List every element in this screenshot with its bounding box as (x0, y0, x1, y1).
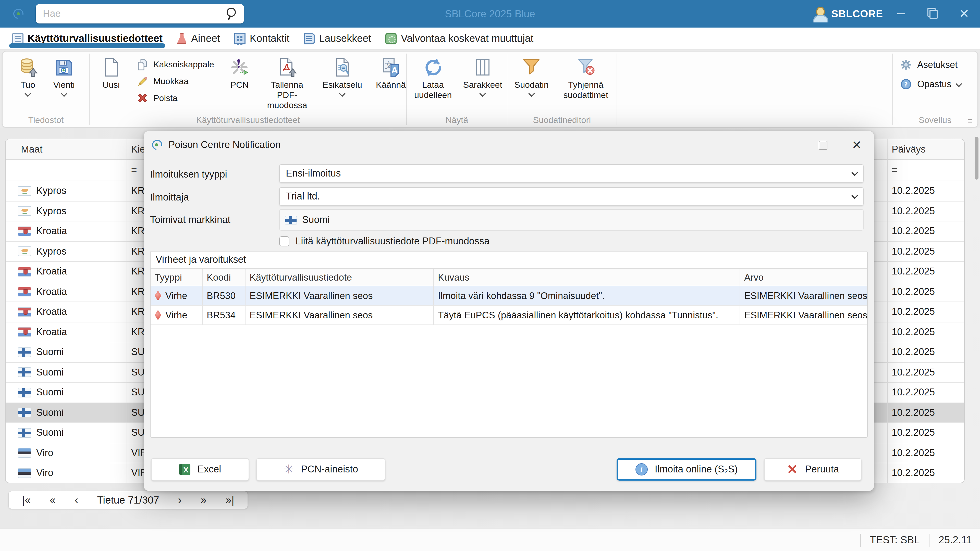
column-header-maat[interactable]: Maat (6, 139, 127, 159)
filter-button[interactable]: Suodatin (508, 57, 555, 96)
dialog-title: Poison Centre Notification (169, 139, 812, 151)
first-record-button[interactable]: |« (22, 494, 30, 506)
attach-pdf-option[interactable]: Liitä käyttöturvallisuustiedote PDF-muod… (279, 236, 490, 247)
column-header-tyyppi[interactable]: Tyyppi (151, 269, 203, 286)
fast-prev-button[interactable]: « (50, 494, 56, 506)
columns-icon (472, 57, 493, 78)
cancel-x-icon: ✕ (787, 463, 798, 476)
error-value: ESIMERKKI Vaarallinen seos (744, 310, 867, 321)
pcn-button[interactable]: PCN (228, 57, 251, 90)
import-button[interactable]: Tuo (17, 57, 38, 96)
last-record-button[interactable]: »| (226, 494, 234, 506)
columns-button[interactable]: Sarakkeet (459, 57, 506, 96)
column-header-paivays[interactable]: Päiväys (888, 139, 964, 159)
date-cell: 10.2.2025 (892, 327, 935, 338)
markets-label: Toimivat markkinat (150, 214, 231, 225)
chevron-down-icon[interactable] (61, 90, 67, 97)
chevron-down-icon[interactable] (956, 80, 962, 87)
excel-button[interactable]: X Excel (151, 458, 249, 481)
country-flag-icon (18, 247, 31, 256)
dialog-maximize-button[interactable] (818, 141, 827, 149)
delete-button[interactable]: Poista (137, 92, 214, 105)
user-account[interactable]: SBLCORE (813, 0, 883, 27)
application-window: SBLCore 2025 Blue SBLCORE ✕ Käyttöturval… (0, 0, 980, 551)
preview-button[interactable]: Esikatselu (323, 57, 362, 96)
chevron-down-icon[interactable] (339, 90, 345, 97)
prev-record-button[interactable]: ‹ (75, 494, 78, 506)
notifier-select[interactable]: Trial ltd. (279, 187, 864, 206)
tab-aineet[interactable]: Aineet (177, 27, 220, 49)
chevron-down-icon[interactable] (24, 90, 31, 97)
export-label: Vienti (53, 80, 75, 90)
help-label: Opastus (917, 79, 951, 89)
dialog-close-button[interactable]: ✕ (852, 138, 862, 152)
column-header-kuvaus[interactable]: Kuvaus (434, 269, 740, 286)
chevron-down-icon[interactable] (479, 90, 486, 97)
clear-filters-button[interactable]: Tyhjennä suodattimet (555, 57, 616, 100)
filter-cell-maat[interactable] (6, 160, 127, 181)
tab-valvontaa-koskevat-muuttujat[interactable]: Valvontaa koskevat muuttujat (386, 27, 534, 49)
country-flag-icon (18, 428, 31, 438)
notification-type-select[interactable]: Ensi-ilmoitus (279, 164, 864, 183)
filter-cell-paivays[interactable]: = (888, 160, 964, 181)
status-divider (860, 534, 861, 547)
ribbon-group-label: Tiedostot (3, 114, 89, 127)
errors-warnings-panel: Virheet ja varoitukset Tyyppi Koodi Käyt… (150, 251, 868, 438)
close-button[interactable]: ✕ (948, 0, 980, 27)
column-header-arvo[interactable]: Arvo (740, 269, 867, 286)
error-row[interactable]: Virhe BR534 ESIMERKKI Vaarallinen seos T… (151, 306, 867, 325)
date-cell: 10.2.2025 (892, 387, 935, 398)
new-button[interactable]: Uusi (99, 57, 123, 90)
tab-lausekkeet[interactable]: Lausekkeet (304, 27, 371, 49)
edit-actions-stack: Kaksoiskappale Muokkaa Poista (137, 57, 214, 105)
next-record-button[interactable]: › (178, 494, 182, 506)
excel-label: Excel (197, 464, 221, 475)
excel-icon: X (179, 464, 190, 475)
vertical-scrollbar[interactable] (975, 137, 978, 179)
ribbon-group-label: Näytä (407, 114, 507, 127)
date-cell: 10.2.2025 (892, 206, 935, 217)
pcn-material-button[interactable]: ✳ PCN-aineisto (256, 458, 385, 481)
tab-kayttoturvallisuustiedotteet[interactable]: Käyttöturvallisuustiedotteet (12, 27, 162, 49)
minimize-button[interactable] (885, 0, 917, 27)
country-cell: Viro (36, 468, 53, 479)
cancel-button[interactable]: ✕ Peruuta (764, 458, 862, 481)
reload-button[interactable]: Lataa uudelleen (407, 57, 458, 100)
save-pdf-button[interactable]: Tallenna PDF-muodossa (265, 57, 309, 111)
help-icon: ? (900, 78, 912, 90)
pcn-asterisk-icon: ✳ (283, 463, 294, 475)
column-header-koodi[interactable]: Koodi (203, 269, 245, 286)
settings-button[interactable]: Asetukset (900, 59, 958, 71)
restore-button[interactable] (917, 0, 948, 27)
error-type: Virhe (165, 310, 187, 321)
chevron-down-icon[interactable] (528, 90, 535, 97)
ribbon-options-icon[interactable]: ≡ (968, 116, 972, 125)
country-cell: Kroatia (36, 286, 67, 297)
tab-kontaktit[interactable]: Kontaktit (234, 27, 290, 49)
submit-online-button[interactable]: i Ilmoita online (S₂S) (617, 458, 756, 481)
attach-pdf-checkbox[interactable] (279, 236, 290, 246)
duplicate-button[interactable]: Kaksoiskappale (137, 59, 214, 71)
ribbon-group-label: Suodatineditori (508, 114, 617, 127)
translate-button[interactable]: 文 A Käännä (375, 57, 406, 90)
environment-label: TEST: SBL (870, 534, 920, 546)
help-button[interactable]: ? Opastus (900, 78, 961, 90)
date-cell: 10.2.2025 (892, 306, 935, 318)
country-cell: Kroatia (36, 226, 67, 237)
export-button[interactable]: Vienti (53, 57, 75, 96)
error-row[interactable]: Virhe BR530 ESIMERKKI Vaarallinen seos I… (151, 286, 867, 306)
country-flag-icon (18, 307, 31, 317)
pcn-material-label: PCN-aineisto (301, 464, 358, 475)
edit-button[interactable]: Muokkaa (137, 76, 214, 88)
ribbon-empty-area (617, 52, 892, 127)
country-flag-icon (18, 348, 31, 357)
markets-field[interactable]: Suomi (279, 209, 864, 230)
column-header-kayttoturvallisuustiedote[interactable]: Käyttöturvallisuustiedote (245, 269, 434, 286)
fast-next-button[interactable]: » (200, 494, 207, 506)
submit-online-label: Ilmoita online (S₂S) (655, 464, 738, 475)
status-divider (929, 534, 929, 547)
preview-icon (331, 57, 353, 78)
export-floppy-icon (53, 57, 75, 78)
error-value: ESIMERKKI Vaarallinen seos (744, 290, 867, 301)
date-cell: 10.2.2025 (892, 226, 935, 237)
